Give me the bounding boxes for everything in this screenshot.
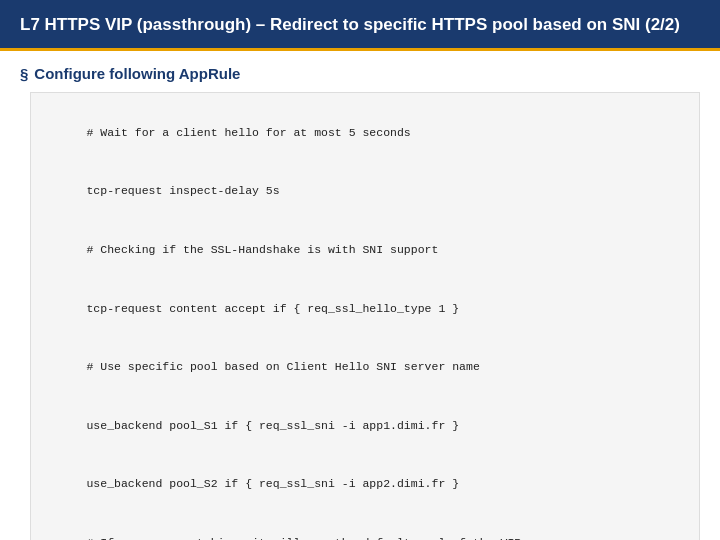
code-line-6: use_backend pool_S1 if { req_ssl_sni -i … [86,419,459,432]
code-line-5: # Use specific pool based on Client Hell… [86,360,479,373]
slide: L7 HTTPS VIP (passthrough) – Redirect to… [0,0,720,540]
slide-content: Configure following AppRule # Wait for a… [0,51,720,540]
code-line-7: use_backend pool_S2 if { req_ssl_sni -i … [86,477,459,490]
code-line-8: # If none are matching, it will use the … [86,536,521,540]
code-line-3: # Checking if the SSL-Handshake is with … [86,243,438,256]
section-title: Configure following AppRule [20,65,700,82]
header-title: L7 HTTPS VIP (passthrough) – Redirect to… [20,15,680,34]
code-line-2: tcp-request inspect-delay 5s [86,184,279,197]
code-line-4: tcp-request content accept if { req_ssl_… [86,302,459,315]
slide-header: L7 HTTPS VIP (passthrough) – Redirect to… [0,0,720,51]
code-line-1: # Wait for a client hello for at most 5 … [86,126,410,139]
code-block: # Wait for a client hello for at most 5 … [30,92,700,540]
